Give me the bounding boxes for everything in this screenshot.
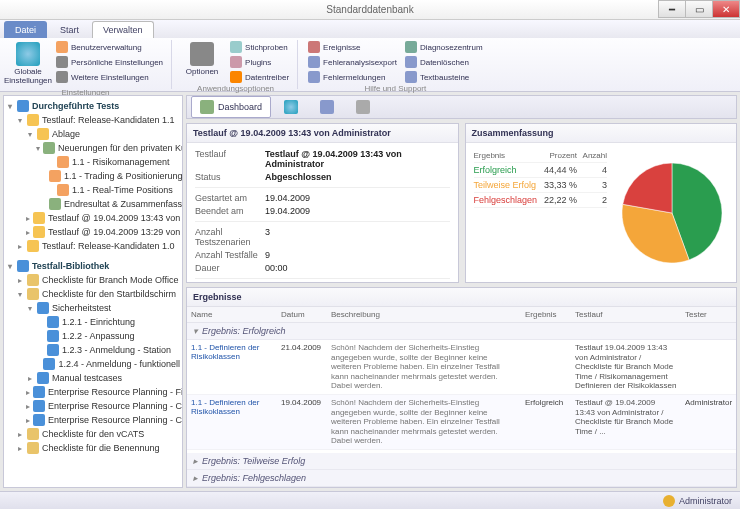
diagnostics-button[interactable]: Diagnosezentrum	[403, 40, 485, 54]
text-blocks-button[interactable]: Textbausteine	[403, 70, 485, 84]
folder-icon	[33, 226, 45, 238]
tree-item[interactable]: Enterprise Resource Planning - Capital M…	[48, 401, 183, 411]
tab-world[interactable]	[275, 96, 307, 118]
tab-grid[interactable]	[347, 96, 379, 118]
folder-icon	[33, 212, 45, 224]
tab-manage[interactable]: Verwalten	[92, 21, 154, 38]
folder-icon	[27, 114, 39, 126]
plug-icon	[230, 56, 242, 68]
tree-item[interactable]: Checkliste für den vCATS	[42, 429, 144, 439]
status-user: Administrator	[679, 496, 732, 506]
status-bar: Administrator	[0, 491, 740, 509]
results-section[interactable]: ▾Ergebnis: Erfolgreich	[187, 323, 736, 340]
globe-icon	[16, 42, 40, 66]
content-tabs: Dashboard	[186, 95, 737, 119]
tree-item[interactable]: Checkliste für Branch Mode Office	[42, 275, 178, 285]
document-icon	[308, 71, 320, 83]
detail-header: Testlauf @ 19.04.2009 13:43 von Administ…	[187, 124, 458, 143]
item-icon	[49, 170, 61, 182]
personal-settings-button[interactable]: Persönliche Einstellungen	[54, 55, 165, 69]
samples-button[interactable]: Stichproben	[228, 40, 291, 54]
tab-list[interactable]	[311, 96, 343, 118]
data-drivers-button[interactable]: Datentreiber	[228, 70, 291, 84]
tree-item[interactable]: 1.2.2 - Anpassung	[62, 331, 135, 341]
summary-header: Zusammenfassung	[466, 124, 737, 143]
folder-icon	[37, 302, 49, 314]
data-delete-button[interactable]: Datenlöschen	[403, 55, 485, 69]
tree-item[interactable]: Checkliste für die Benennung	[42, 443, 160, 453]
pie-slice	[622, 163, 671, 213]
tree-item[interactable]: Testlauf: Release-Kandidaten 1.1	[42, 115, 175, 125]
tree-item[interactable]: Testfall-Bibliothek	[32, 261, 109, 271]
tree-item[interactable]: Manual testcases	[52, 373, 122, 383]
folder-icon	[27, 288, 39, 300]
diagnostics-icon	[405, 41, 417, 53]
tree-item[interactable]: 1.1 - Real-Time Positions	[72, 185, 173, 195]
results-grid-header: Name Datum Beschreibung Ergebnis Testlau…	[187, 307, 736, 323]
close-button[interactable]: ✕	[712, 0, 740, 18]
document-icon	[230, 41, 242, 53]
tree-item[interactable]: Checkliste für den Startbildschirm	[42, 289, 176, 299]
folder-icon	[33, 414, 45, 426]
plugins-button[interactable]: Plugins	[228, 55, 291, 69]
folder-icon	[27, 240, 39, 252]
folder-icon	[37, 128, 49, 140]
tab-dashboard[interactable]: Dashboard	[191, 96, 271, 118]
title-bar: Standarddatenbank ━ ▭ ✕	[0, 0, 740, 20]
error-messages-button[interactable]: Fehlermeldungen	[306, 70, 399, 84]
tree-item[interactable]: 1.2.1 - Einrichtung	[62, 317, 135, 327]
text-icon	[405, 71, 417, 83]
database-icon	[230, 71, 242, 83]
tree-item[interactable]: Enterprise Resource Planning - Corporate…	[48, 415, 183, 425]
navigation-tree[interactable]: ▾Durchgeführte Tests ▾Testlauf: Release-…	[3, 95, 183, 488]
gear-icon	[56, 71, 68, 83]
global-settings-button[interactable]: Globale Einstellungen	[6, 40, 50, 88]
user-icon	[663, 495, 675, 507]
tree-item[interactable]: 1.2.4 - Anmeldung - funktionell	[58, 359, 180, 369]
tree-item[interactable]: Testlauf @ 19.04.2009 13:43 von Administ…	[48, 213, 183, 223]
summary-panel: Zusammenfassung ErgebnisProzentAnzahl Er…	[465, 123, 738, 283]
options-button[interactable]: Optionen	[180, 40, 224, 84]
results-row[interactable]: 1.1 - Definieren der Risikoklassen19.04.…	[187, 395, 736, 450]
tree-item[interactable]: Enterprise Resource Planning - Financial…	[48, 387, 183, 397]
more-settings-button[interactable]: Weitere Einstellungen	[54, 70, 165, 84]
tree-item[interactable]: Sicherheitstest	[52, 303, 111, 313]
item-icon	[47, 316, 59, 328]
tree-item[interactable]: Testlauf @ 19.04.2009 13:29 von Administ…	[48, 227, 183, 237]
gear-icon	[190, 42, 214, 66]
minimize-button[interactable]: ━	[658, 0, 686, 18]
result-pie-chart	[615, 149, 728, 276]
events-button[interactable]: Ereignisse	[306, 40, 399, 54]
tree-item[interactable]: Durchgeführte Tests	[32, 101, 119, 111]
report-icon	[308, 41, 320, 53]
ribbon: Globale Einstellungen Benutzerverwaltung…	[0, 38, 740, 92]
item-icon	[43, 358, 55, 370]
globe-icon	[284, 100, 298, 114]
export-icon	[308, 56, 320, 68]
results-row[interactable]: 1.1 - Definieren der Risikoklassen21.04.…	[187, 340, 736, 395]
tree-item[interactable]: Endresultat & Zusammenfassung	[64, 199, 183, 209]
summary-table: ErgebnisProzentAnzahl Erfolgreich44,44 %…	[474, 149, 608, 276]
error-export-button[interactable]: Fehleranalysisexport	[306, 55, 399, 69]
tree-item[interactable]: 1.1 - Risikomanagement	[72, 157, 170, 167]
detail-panel: Testlauf @ 19.04.2009 13:43 von Administ…	[186, 123, 459, 283]
item-icon	[47, 330, 59, 342]
folder-icon	[37, 372, 49, 384]
leaf-icon	[49, 198, 61, 210]
options-label: Optionen	[186, 68, 218, 77]
tab-file[interactable]: Datei	[4, 21, 47, 38]
results-section[interactable]: ▸Ergebnis: Teilweise Erfolg	[187, 453, 736, 470]
tree-item[interactable]: 1.2.3 - Anmeldung - Station	[62, 345, 171, 355]
user-management-button[interactable]: Benutzerverwaltung	[54, 40, 165, 54]
user-icon	[56, 41, 68, 53]
results-section[interactable]: ▸Ergebnis: Fehlgeschlagen	[187, 470, 736, 487]
maximize-button[interactable]: ▭	[685, 0, 713, 18]
tree-item[interactable]: Testlauf: Release-Kandidaten 1.0	[42, 241, 175, 251]
tree-item[interactable]: 1.1 - Trading & Positionierung	[64, 171, 183, 181]
tab-start[interactable]: Start	[49, 21, 90, 38]
grid-icon	[356, 100, 370, 114]
tree-item[interactable]: Neuerungen für den privaten Kunden	[58, 143, 183, 153]
trash-icon	[405, 56, 417, 68]
tree-item[interactable]: Ablage	[52, 129, 80, 139]
folder-icon	[17, 260, 29, 272]
